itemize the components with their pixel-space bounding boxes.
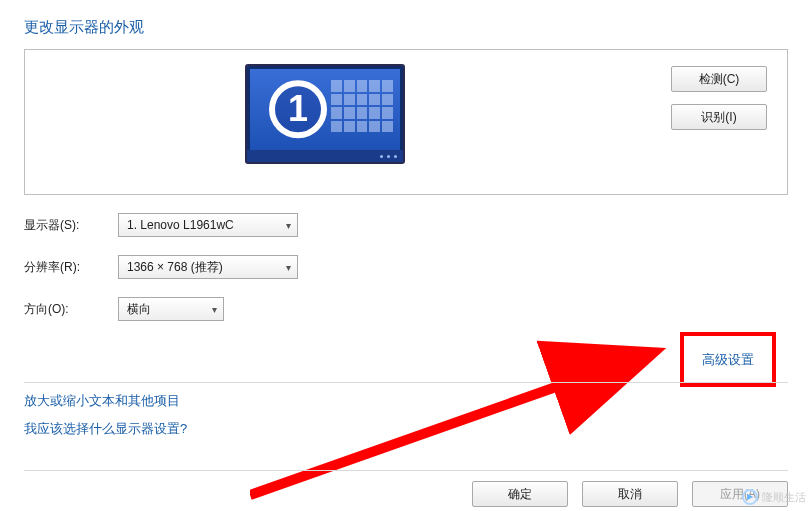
cancel-button[interactable]: 取消 (582, 481, 678, 507)
detect-button[interactable]: 检测(C) (671, 66, 767, 92)
display-select-value: 1. Lenovo L1961wC (127, 218, 234, 232)
advanced-settings-link[interactable]: 高级设置 (702, 351, 754, 369)
display-select[interactable]: 1. Lenovo L1961wC ▾ (118, 213, 298, 237)
chevron-down-icon: ▾ (212, 304, 217, 315)
orientation-select-value: 横向 (127, 301, 151, 318)
page-title: 更改显示器的外观 (24, 18, 788, 37)
watermark: 隆顺生活 (742, 489, 806, 505)
ok-button[interactable]: 确定 (472, 481, 568, 507)
monitor-grid-icon (331, 80, 393, 132)
text-scaling-link[interactable]: 放大或缩小文本和其他项目 (24, 392, 187, 410)
chevron-down-icon: ▾ (286, 262, 291, 273)
resolution-select[interactable]: 1366 × 768 (推荐) ▾ (118, 255, 298, 279)
divider (24, 470, 788, 471)
orientation-select[interactable]: 横向 ▾ (118, 297, 224, 321)
display-preview-panel: 1 检测(C) 识别(I) (24, 49, 788, 195)
monitor-number-badge: 1 (269, 80, 327, 138)
watermark-icon (742, 489, 758, 505)
svg-line-1 (250, 358, 638, 495)
display-label: 显示器(S): (24, 217, 118, 234)
which-settings-link[interactable]: 我应该选择什么显示器设置? (24, 420, 187, 438)
identify-button[interactable]: 识别(I) (671, 104, 767, 130)
watermark-text: 隆顺生活 (762, 490, 806, 505)
chevron-down-icon: ▾ (286, 220, 291, 231)
monitor-taskbar-icon (247, 150, 403, 162)
resolution-label: 分辨率(R): (24, 259, 118, 276)
orientation-label: 方向(O): (24, 301, 118, 318)
divider (24, 382, 788, 383)
monitor-thumbnail[interactable]: 1 (245, 64, 405, 164)
advanced-settings-highlight: 高级设置 (680, 332, 776, 387)
annotation-arrow (250, 340, 670, 500)
resolution-select-value: 1366 × 768 (推荐) (127, 259, 223, 276)
